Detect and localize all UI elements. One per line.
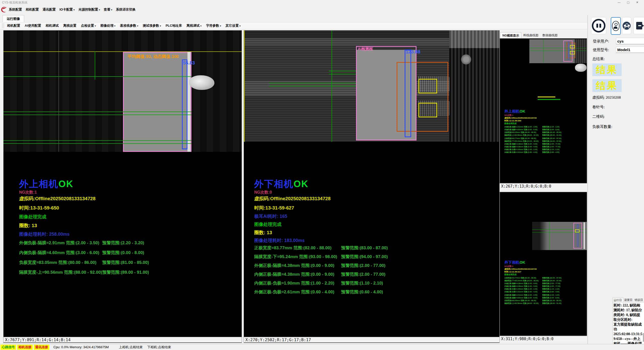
machine-rail-band: [449, 30, 499, 48]
measurement-row: 内侧正极-隔膜=4.38mm 范围:(0.00 - 9.00)预警范围:(2.0…: [254, 271, 388, 280]
user-button[interactable]: [611, 17, 621, 35]
tool-test-item-params[interactable]: 测试项参数▾: [143, 23, 161, 28]
tab-data-curve[interactable]: 数据曲线图: [540, 32, 560, 38]
tab-run-log[interactable]: 运行日志: [613, 298, 623, 302]
warning-range: 预警范围:(81.00 - 85.00): [102, 260, 149, 269]
ng-thumbnail-upper[interactable]: 外上相机OK NG次数:1 虚拟码:Offline202502081331347…: [500, 38, 587, 183]
login-user-field[interactable]: [616, 38, 644, 44]
title-bar: CYS-视觉检测系统 — ▢ ✕: [0, 0, 644, 5]
chevron-down-icon: ▾: [74, 9, 75, 11]
mini-title: 外上相机OK: [504, 109, 561, 114]
green-caliper-line: [4, 143, 191, 144]
menu-bar: 系统配置 相机配置 通讯配置 IO卡配置▾ 光源控制配置▾ 查看▾ 系统语言切换: [0, 5, 644, 15]
tool-strip: 相机配置 AI使用配置 相机调试 离线设置 点检设置▾ 图像处理▾ 基准线参数▾…: [0, 22, 587, 29]
elapsed-text: 图像处理耗时: 183.00ms: [254, 237, 305, 243]
maximize-button[interactable]: ▢: [624, 0, 632, 5]
measurement-value: 隔膜宽度-下=95.24mm 范围:(93.00 - 98.00): [254, 254, 341, 263]
tool-baseline-params[interactable]: 基准线参数▾: [120, 23, 138, 28]
metal-pin-blob: [189, 75, 214, 90]
pause-icon: [592, 19, 605, 32]
time-text: 时间:13-31-59-650: [19, 205, 59, 211]
measurement-value: 外侧正极-负极=2.61mm 范围:(0.60 - 4.00): [254, 289, 341, 298]
upper-camera-check-status: 上相机:点检结束: [119, 345, 143, 349]
model-field[interactable]: [616, 46, 644, 53]
thumbnail-pixel-status: X:311;Y:980;R:0;G:0;B:0: [500, 336, 587, 341]
camera-name: 外上相机: [19, 179, 58, 189]
measurement-row: 外侧负极-隔膜=2.91mm 范围:(2.00 - 3.50)预警范围:(2.2…: [19, 240, 149, 250]
menu-language-switch[interactable]: 系统语言切换: [116, 7, 136, 12]
roll-pin-label: 卷针号:: [592, 105, 605, 110]
measurement-value: 隔膜宽度-上=90.56mm 范围:(88.00 - 92.00): [19, 269, 102, 279]
menu-comm-config[interactable]: 通讯配置: [43, 7, 56, 12]
mini-text-block: 外下相机OK NG次数:0 虚拟码:Offline202502081331347…: [504, 260, 561, 305]
comm-connect-status: 通讯连接: [34, 345, 49, 350]
chevron-down-icon: ▾: [220, 25, 221, 27]
warning-range: 预警范围:(2.00 - 77.00): [341, 271, 385, 280]
ng-panel: NG截图显示 料线曲线图 数据曲线图 外上相机OK NG次数:1 虚拟码:Off…: [500, 30, 587, 342]
tab-error-log[interactable]: 错误日志: [634, 298, 644, 302]
ok-badge: OK: [58, 179, 74, 189]
measurement-row: 负极宽度=83.05mm 范围:(80.00 - 86.00)预警范围:(81.…: [19, 260, 149, 269]
lower-camera-view[interactable]: AI检测框 123.88 外下相机OK NG次数:0 虚拟码:Offline20…: [244, 30, 500, 343]
tool-camera-debug[interactable]: 相机调试: [46, 23, 59, 28]
tool-char-params[interactable]: 字符参数▾: [206, 23, 221, 28]
tool-spot-check[interactable]: 点检设置▾: [81, 23, 96, 28]
measurement-row: 内侧负极-隔膜=4.60mm 范围:(3.00 - 6.00)预警范围:(0.0…: [19, 250, 149, 260]
upper-camera-view[interactable]: 平均阈值:93, 动态阈值:100 55.83 外上相机OK NG次数:1 虚拟…: [3, 30, 242, 343]
tab-ng-screenshot[interactable]: NG截图显示: [500, 32, 521, 38]
minimize-button[interactable]: —: [615, 0, 623, 5]
close-button[interactable]: ✕: [633, 0, 641, 5]
mini-code: 虚拟码:Offline20250208133134728: [504, 117, 561, 119]
menu-system-config[interactable]: 系统配置: [9, 7, 22, 12]
measurement-row: 正极宽度=83.77mm 范围:(82.00 - 88.00)预警范围:(83.…: [254, 245, 388, 254]
log-scrollbar[interactable]: [643, 333, 644, 342]
mini-done: 图像处理完成: [504, 122, 561, 125]
login-user-label: 登录用户:: [593, 39, 609, 44]
measure-value-text: 123.88: [406, 49, 420, 55]
log-text-area[interactable]: 耗时: 222, 缺陷检测耗时: 17, 缺陷分类耗时: 0, 缺陷提取分区耗时…: [613, 302, 644, 344]
chevron-down-icon: ▾: [95, 25, 96, 27]
chevron-down-icon: ▾: [137, 25, 138, 27]
menu-view[interactable]: 查看▾: [104, 7, 112, 12]
exit-button[interactable]: [633, 17, 644, 34]
tool-plc-address-lib[interactable]: PLC地址库: [166, 23, 182, 28]
measurement-list: 正极宽度=83.77mm 范围:(82.00 - 88.00)预警范围:(83.…: [254, 245, 388, 298]
mini-green-vline: [549, 222, 550, 250]
ng-count-text: NG次数:1: [19, 190, 37, 195]
blue-measure-box: [182, 59, 187, 149]
mini-metal-pin: [575, 64, 587, 72]
mini-annotation-bar: [538, 99, 560, 100]
mini-measurements: 外侧负极-隔膜=2.91mm 范围:(2.00 - 3.50)预警范围:(2.2…: [504, 125, 561, 136]
pink-detect-box: [123, 52, 191, 152]
log-tab-bar: 运行日志 设置日志 错误日志: [613, 298, 644, 302]
warning-range: 预警范围:(2.20 - 3.20): [102, 240, 144, 250]
warning-range: 预警范围:(0.60 - 4.00): [341, 289, 383, 298]
tool-image-processing[interactable]: 图像处理▾: [101, 23, 116, 28]
user-group-button[interactable]: [622, 17, 631, 34]
mini-time: 时间:13-31-59-650: [504, 119, 561, 122]
tab-settings-log[interactable]: 设置日志: [623, 298, 634, 302]
ng-thumbnail-lower[interactable]: 外下相机OK NG次数:0 虚拟码:Offline202502081331347…: [500, 192, 587, 336]
app-window: CYS-视觉检测系统 — ▢ ✕ 系统配置 相机配置 通讯配置 IO卡配置▾ 光…: [0, 0, 644, 350]
menu-camera-config[interactable]: 相机配置: [26, 7, 39, 12]
menu-io-card-config[interactable]: IO卡配置▾: [59, 7, 75, 12]
ai-elapsed-text: 极耳AI耗时: 165: [254, 213, 287, 219]
tool-other-settings[interactable]: 其它设置▾: [226, 23, 241, 28]
toolbar-grip-icon[interactable]: [2, 23, 4, 28]
tool-offline-debug[interactable]: 离线调试▾: [186, 23, 202, 28]
tool-camera-config[interactable]: 相机配置: [7, 23, 20, 28]
pause-button[interactable]: [591, 17, 606, 34]
tab-line-curve[interactable]: 料线曲线图: [521, 32, 540, 38]
tab-run-image[interactable]: 运行图像: [3, 15, 24, 22]
time-text: 时间:13-31-59-627: [254, 205, 294, 211]
tool-ai-usage-config[interactable]: AI使用配置: [25, 23, 41, 28]
yellow-edge-line: [244, 30, 245, 142]
tool-offline-settings[interactable]: 离线设置: [63, 23, 76, 28]
cursor-pixel-status: X:7677;Y:891;R:14;G:14;B:14: [4, 337, 242, 342]
chevron-down-icon: ▾: [111, 9, 112, 11]
blue-measure-box: [405, 50, 411, 137]
mini-ng: NG次数:0: [504, 265, 561, 268]
loop-count-text: 圈数: 13: [19, 222, 37, 229]
ng-tab-bar: NG截图显示 料线曲线图 数据曲线图: [500, 32, 560, 38]
menu-light-control-config[interactable]: 光源控制配置▾: [78, 7, 100, 12]
